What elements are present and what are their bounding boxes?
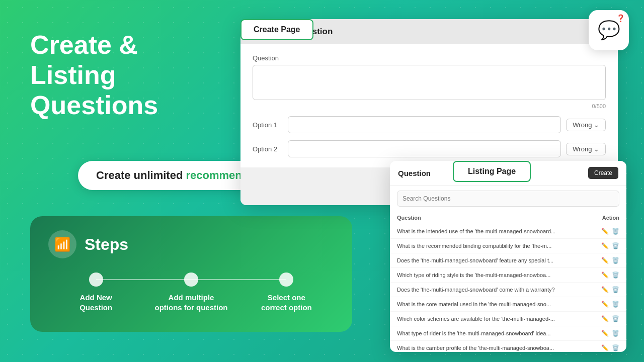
delete-icon[interactable]: 🗑️: [612, 315, 619, 322]
edit-icon[interactable]: ✏️: [601, 272, 609, 279]
listing-page-tab[interactable]: Listing Page: [453, 161, 531, 182]
hero-text: Create & Listing Questions: [30, 30, 158, 120]
step-label-2: Add multipleoptions for question: [155, 293, 228, 312]
row-question-text: What type of rider is the 'the-multi-man…: [397, 330, 583, 336]
option1-row: Option 1 Wrong ⌄: [253, 116, 606, 133]
steps-title: Steps: [85, 235, 128, 254]
steps-row: Add NewQuestion Add multipleoptions for …: [48, 273, 334, 312]
delete-icon[interactable]: 🗑️: [612, 344, 619, 351]
option1-input[interactable]: [288, 116, 561, 133]
table-row[interactable]: What type of rider is the 'the-multi-man…: [390, 326, 626, 341]
table-row[interactable]: Which type of riding style is the 'the-m…: [390, 268, 626, 283]
step-item-3: Select onecorrect option: [239, 273, 334, 312]
row-actions: ✏️ 🗑️: [601, 315, 619, 322]
delete-icon[interactable]: 🗑️: [612, 257, 619, 264]
edit-icon[interactable]: ✏️: [601, 242, 609, 249]
row-actions: ✏️ 🗑️: [601, 228, 619, 235]
option2-status[interactable]: Wrong ⌄: [566, 143, 606, 155]
option1-label: Option 1: [253, 121, 283, 129]
create-question-body: Question 0/500 Option 1 Wrong ⌄ Option 2…: [240, 44, 618, 167]
step-item-2: Add multipleoptions for question: [143, 273, 238, 312]
char-count: 0/500: [253, 103, 606, 109]
search-bar: [397, 191, 619, 207]
table-row[interactable]: What is the recommended binding compatib…: [390, 239, 626, 253]
table-row[interactable]: Does the 'the-multi-managed-snowboard' c…: [390, 283, 626, 297]
delete-icon[interactable]: 🗑️: [612, 242, 619, 249]
delete-icon[interactable]: 🗑️: [612, 286, 619, 293]
row-actions: ✏️ 🗑️: [601, 301, 619, 308]
row-actions: ✏️ 🗑️: [601, 286, 619, 293]
hero-line1: Create &: [30, 30, 158, 60]
hero-line2: Listing: [30, 60, 158, 90]
table-row[interactable]: Which color schemes are available for th…: [390, 312, 626, 326]
delete-icon[interactable]: 🗑️: [612, 228, 619, 235]
row-question-text: What is the core material used in the 't…: [397, 301, 583, 307]
row-actions: ✏️ 🗑️: [601, 272, 619, 279]
hero-line3: Questions: [30, 90, 158, 121]
steps-header: 📶 Steps: [48, 230, 334, 258]
app-icon: 💬 ❓: [589, 10, 629, 50]
row-actions: ✏️ 🗑️: [601, 257, 619, 264]
listing-header-title: Question: [398, 169, 431, 177]
row-question-text: What is the camber profile of the 'the-m…: [397, 345, 583, 351]
step-item-1: Add NewQuestion: [48, 273, 143, 312]
edit-icon[interactable]: ✏️: [601, 344, 609, 351]
delete-icon[interactable]: 🗑️: [612, 330, 619, 337]
step-label-3: Select onecorrect option: [261, 293, 312, 312]
steps-card: 📶 Steps Add NewQuestion Add multipleopti…: [30, 216, 352, 332]
col-question: Question: [397, 215, 421, 221]
edit-icon[interactable]: ✏️: [601, 257, 609, 264]
edit-icon[interactable]: ✏️: [601, 315, 609, 322]
option2-row: Option 2 Wrong ⌄: [253, 140, 606, 157]
col-action: Action: [602, 215, 619, 221]
row-question-text: What is the intended use of the 'the-mul…: [397, 228, 583, 234]
delete-icon[interactable]: 🗑️: [612, 272, 619, 279]
row-actions: ✏️ 🗑️: [601, 344, 619, 351]
table-row[interactable]: What is the core material used in the 't…: [390, 297, 626, 312]
row-question-text: Does the 'the-multi-managed-snowboard' f…: [397, 257, 583, 263]
row-question-text: Which color schemes are available for th…: [397, 316, 583, 322]
row-actions: ✏️ 🗑️: [601, 242, 619, 249]
search-input[interactable]: [397, 191, 619, 207]
edit-icon[interactable]: ✏️: [601, 301, 609, 308]
listing-create-button[interactable]: Create: [588, 167, 618, 179]
table-rows: What is the intended use of the 'the-mul…: [390, 224, 626, 352]
edit-icon[interactable]: ✏️: [601, 330, 609, 337]
option1-status[interactable]: Wrong ⌄: [566, 119, 606, 131]
table-row[interactable]: What is the camber profile of the 'the-m…: [390, 341, 626, 352]
row-question-text: Does the 'the-multi-managed-snowboard' c…: [397, 287, 583, 293]
table-row[interactable]: What is the intended use of the 'the-mul…: [390, 224, 626, 239]
steps-icon: 📶: [48, 230, 76, 258]
row-actions: ✏️ 🗑️: [601, 330, 619, 337]
delete-icon[interactable]: 🗑️: [612, 301, 619, 308]
step-label-1: Add NewQuestion: [79, 293, 112, 312]
question-textarea[interactable]: [253, 65, 606, 100]
listing-page-panel: Question Create Question Action What is …: [390, 161, 626, 352]
table-row[interactable]: Does the 'the-multi-managed-snowboard' f…: [390, 253, 626, 268]
edit-icon[interactable]: ✏️: [601, 228, 609, 235]
badge-prefix: Create unlimited: [96, 169, 183, 182]
option2-input[interactable]: [288, 140, 561, 157]
question-label: Question: [253, 54, 606, 62]
row-question-text: What is the recommended binding compatib…: [397, 243, 583, 249]
create-page-tab[interactable]: Create Page: [240, 19, 313, 40]
table-header: Question Action: [390, 212, 626, 224]
step-circle-3: [279, 273, 293, 287]
edit-icon[interactable]: ✏️: [601, 286, 609, 293]
option2-label: Option 2: [253, 145, 283, 153]
row-question-text: Which type of riding style is the 'the-m…: [397, 272, 583, 278]
